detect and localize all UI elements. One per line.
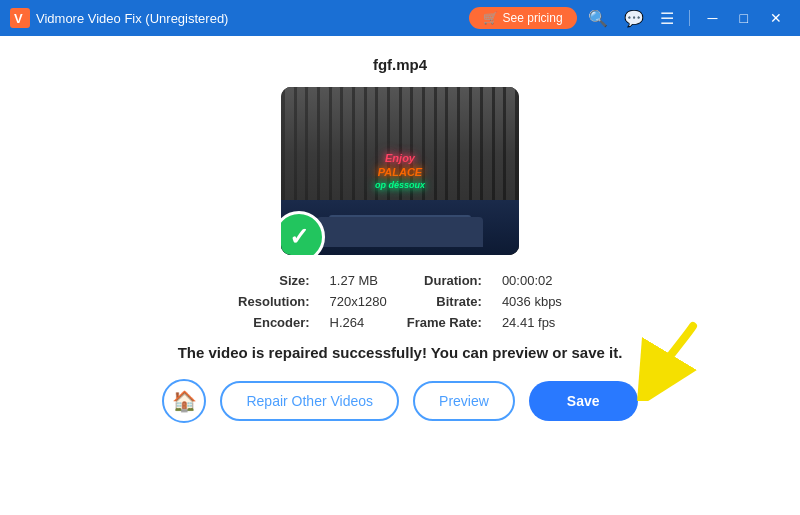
metadata-value: 00:00:02 (502, 273, 562, 288)
chat-icon: 💬 (624, 10, 644, 27)
svg-marker-3 (640, 376, 658, 393)
success-message: The video is repaired successfully! You … (178, 344, 623, 361)
save-wrapper: Save (529, 381, 638, 421)
divider (689, 10, 690, 26)
app-title: Vidmore Video Fix (Unregistered) (36, 11, 469, 26)
metadata-grid: Size:1.27 MBDuration:00:00:02Resolution:… (238, 273, 562, 330)
main-content: fgf.mp4 Enjoy PALACE op déssoux (0, 36, 800, 515)
metadata-value: 24.41 fps (502, 315, 562, 330)
metadata-label: Frame Rate: (407, 315, 482, 330)
menu-icon: ☰ (660, 10, 674, 27)
checkmark-icon: ✓ (289, 223, 309, 251)
repair-other-videos-button[interactable]: Repair Other Videos (220, 381, 399, 421)
metadata-label: Encoder: (238, 315, 310, 330)
maximize-icon: □ (740, 10, 748, 26)
metadata-label: Size: (238, 273, 310, 288)
search-button[interactable]: 🔍 (583, 7, 613, 30)
minimize-button[interactable]: ─ (700, 8, 726, 28)
app-logo: V (10, 8, 30, 28)
metadata-label: Resolution: (238, 294, 310, 309)
chat-button[interactable]: 💬 (619, 7, 649, 30)
save-button[interactable]: Save (529, 381, 638, 421)
bottom-bar: 🏠 Repair Other Videos Preview Save (162, 379, 637, 423)
svg-text:V: V (14, 11, 23, 26)
menu-button[interactable]: ☰ (655, 7, 679, 30)
filename: fgf.mp4 (373, 56, 427, 73)
arrow-annotation (628, 321, 708, 401)
title-bar: V Vidmore Video Fix (Unregistered) 🛒 See… (0, 0, 800, 36)
search-icon: 🔍 (588, 10, 608, 27)
metadata-value: H.264 (330, 315, 387, 330)
see-pricing-button[interactable]: 🛒 See pricing (469, 7, 577, 29)
metadata-label: Bitrate: (407, 294, 482, 309)
neon-overlay: Enjoy PALACE op déssoux (375, 151, 425, 191)
home-icon: 🏠 (172, 389, 197, 413)
close-icon: ✕ (770, 10, 782, 26)
cart-icon: 🛒 (483, 11, 498, 25)
metadata-label: Duration: (407, 273, 482, 288)
home-button[interactable]: 🏠 (162, 379, 206, 423)
see-pricing-label: See pricing (503, 11, 563, 25)
preview-button[interactable]: Preview (413, 381, 515, 421)
close-button[interactable]: ✕ (762, 8, 790, 28)
metadata-value: 4036 kbps (502, 294, 562, 309)
video-thumbnail: Enjoy PALACE op déssoux ✓ (281, 87, 519, 255)
title-bar-actions: 🛒 See pricing 🔍 💬 ☰ ─ □ ✕ (469, 7, 790, 30)
metadata-value: 1.27 MB (330, 273, 387, 288)
minimize-icon: ─ (708, 10, 718, 26)
maximize-button[interactable]: □ (732, 8, 756, 28)
metadata-value: 720x1280 (330, 294, 387, 309)
